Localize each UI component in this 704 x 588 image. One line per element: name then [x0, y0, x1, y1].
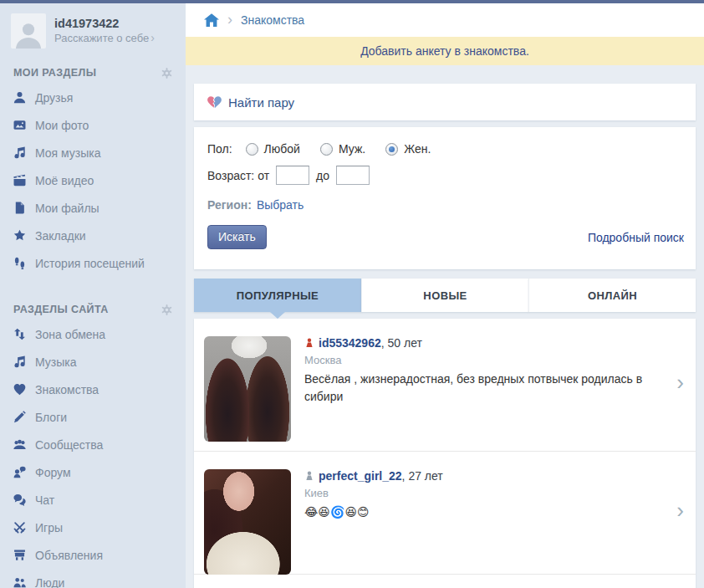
- sidebar-item-ads[interactable]: Объявления: [0, 541, 186, 569]
- tab-new[interactable]: НОВЫЕ: [361, 279, 528, 312]
- gender-option-label[interactable]: Муж.: [339, 142, 365, 156]
- people-icon: [13, 576, 28, 588]
- sidebar-item-dating[interactable]: Знакомства: [0, 376, 186, 403]
- section-my-sections: МОИ РАЗДЕЛЫ: [0, 59, 186, 84]
- dating-heart-icon: [13, 383, 28, 396]
- sidebar-item-bookmarks[interactable]: Закладки: [0, 222, 186, 249]
- video-icon: [13, 174, 28, 187]
- profile-username-link[interactable]: perfect_girl_22: [319, 469, 402, 483]
- profile-photo[interactable]: [204, 469, 291, 575]
- sidebar-item-chat[interactable]: Чат: [0, 486, 186, 514]
- gender-radio-male[interactable]: [320, 143, 333, 156]
- gender-option-label[interactable]: Любой: [264, 142, 300, 156]
- broken-heart-icon: [207, 96, 222, 109]
- sidebar-item-my-video[interactable]: Моё видео: [0, 166, 186, 194]
- avatar-person-icon: [14, 20, 43, 49]
- profiles-list: id55342962 , 50 лет Москва Весёлая , жиз…: [194, 319, 696, 588]
- sidebar-item-exchange-zone[interactable]: Зона обмена: [0, 320, 186, 348]
- page: id41973422 Расскажите о себе› МОИ РАЗДЕЛ…: [0, 0, 704, 588]
- communities-icon: [13, 438, 28, 452]
- music-icon: [13, 355, 28, 369]
- section-title: МОИ РАЗДЕЛЫ: [13, 67, 96, 79]
- home-icon[interactable]: [204, 13, 219, 27]
- my-music-icon: [13, 146, 28, 160]
- tab-online[interactable]: ОНЛАЙН: [528, 279, 696, 312]
- age-to-label: до: [316, 169, 329, 182]
- gear-icon[interactable]: [161, 68, 172, 79]
- profile-age: , 27 лет: [402, 469, 443, 483]
- profile-photo[interactable]: [204, 336, 291, 442]
- sidebar: id41973422 Расскажите о себе› МОИ РАЗДЕЛ…: [0, 3, 186, 588]
- gender-label: Пол:: [207, 142, 232, 156]
- search-button[interactable]: Искать: [207, 225, 267, 249]
- breadcrumb-current[interactable]: Знакомства: [241, 13, 304, 27]
- user-profile-block[interactable]: id41973422 Расскажите о себе›: [0, 3, 186, 55]
- region-select-link[interactable]: Выбрать: [257, 198, 304, 212]
- gender-radio-female[interactable]: [385, 143, 398, 156]
- exchange-icon: [13, 328, 28, 341]
- profile-row[interactable]: perfect_girl_22 , 27 лет Киев 😂😆🌀😆😊 ›: [194, 452, 696, 575]
- sidebar-item-forum[interactable]: Форум: [0, 458, 186, 486]
- sidebar-item-people[interactable]: Люди: [0, 569, 186, 588]
- bookmarks-icon: [13, 229, 28, 243]
- user-subtitle[interactable]: Расскажите о себе›: [54, 31, 155, 46]
- section-site-sections: РАЗДЕЛЫ САЙТА: [0, 295, 186, 320]
- profile-city: Москва: [304, 354, 677, 366]
- profile-age: , 50 лет: [381, 336, 422, 350]
- sidebar-item-music[interactable]: Музыка: [0, 348, 186, 376]
- sidebar-item-my-music[interactable]: Моя музыка: [0, 139, 186, 166]
- tab-popular[interactable]: ПОПУЛЯРНЫЕ: [194, 279, 361, 312]
- gear-icon[interactable]: [161, 304, 172, 315]
- find-pair-title[interactable]: Найти пару: [228, 95, 294, 110]
- profile-description: 😂😆🌀😆😊: [304, 504, 677, 521]
- add-profile-banner: Добавить анкету в знакомства.: [186, 37, 704, 65]
- chevron-right-icon: ›: [676, 370, 684, 396]
- advanced-search-link[interactable]: Подробный поиск: [588, 231, 684, 244]
- profile-description: Весёлая , жизнерадостная, без вредных по…: [304, 371, 677, 406]
- chevron-right-icon: ›: [150, 31, 155, 44]
- user-id[interactable]: id41973422: [54, 16, 155, 31]
- photos-icon: [13, 119, 28, 132]
- ads-icon: [13, 549, 28, 562]
- blogs-pen-icon: [13, 411, 28, 424]
- profiles-tabs: ПОПУЛЯРНЫЕ НОВЫЕ ОНЛАЙН: [194, 279, 696, 312]
- chevron-right-icon: ›: [676, 498, 684, 524]
- find-pair-card: Найти пару: [194, 84, 696, 120]
- files-icon: [13, 202, 28, 215]
- age-to-input[interactable]: [336, 166, 370, 185]
- gender-option-label[interactable]: Жен.: [404, 142, 431, 156]
- sidebar-item-games[interactable]: Игры: [0, 514, 186, 541]
- female-icon: [304, 338, 314, 348]
- forum-icon: [13, 466, 28, 479]
- region-label: Регион:: [207, 198, 252, 212]
- age-from-input[interactable]: [276, 166, 309, 185]
- visit-history-icon: [13, 257, 28, 270]
- breadcrumb: › Знакомства: [186, 3, 704, 37]
- sidebar-item-visit-history[interactable]: История посещений: [0, 249, 186, 277]
- games-swords-icon: [13, 521, 28, 534]
- search-form: Пол: Любой Муж. Жен. Возраст: от до Реги…: [194, 127, 696, 269]
- age-from-label: Возраст: от: [207, 169, 269, 182]
- avatar[interactable]: [11, 13, 46, 49]
- profile-username-link[interactable]: id55342962: [319, 336, 381, 350]
- gender-radio-any[interactable]: [246, 143, 258, 156]
- user-info: id41973422 Расскажите о себе›: [54, 16, 155, 46]
- active-tab-pointer: [270, 312, 285, 319]
- friends-icon: [13, 91, 28, 105]
- sidebar-item-my-photos[interactable]: Мои фото: [0, 111, 186, 139]
- chat-icon: [13, 493, 28, 507]
- sidebar-item-blogs[interactable]: Блоги: [0, 403, 186, 431]
- profile-city: Киев: [304, 487, 677, 499]
- breadcrumb-separator-icon: ›: [227, 11, 232, 28]
- sidebar-item-my-files[interactable]: Мои файлы: [0, 194, 186, 222]
- sidebar-item-communities[interactable]: Сообщества: [0, 431, 186, 458]
- sidebar-item-friends[interactable]: Друзья: [0, 84, 186, 111]
- add-profile-link[interactable]: Добавить анкету в знакомства.: [360, 44, 529, 58]
- female-icon: [304, 471, 314, 481]
- profile-row[interactable]: id55342962 , 50 лет Москва Весёлая , жиз…: [194, 319, 696, 452]
- section-title: РАЗДЕЛЫ САЙТА: [13, 304, 109, 315]
